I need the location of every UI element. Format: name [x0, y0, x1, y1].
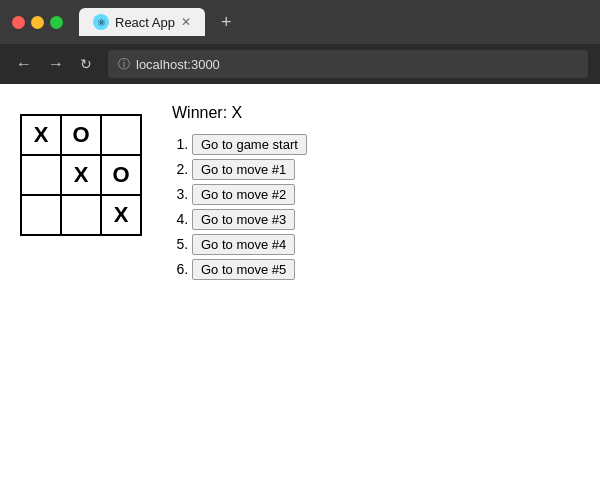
- move-button-4[interactable]: Go to move #4: [192, 234, 295, 255]
- game-info: Winner: X Go to game startGo to move #1G…: [172, 104, 307, 480]
- back-button[interactable]: ←: [12, 53, 36, 75]
- url-bar[interactable]: ⓘ localhost:3000: [108, 50, 588, 78]
- react-icon: ⚛: [93, 14, 109, 30]
- new-tab-button[interactable]: +: [213, 8, 240, 37]
- board-cell-1[interactable]: O: [62, 116, 102, 156]
- game-board: XOXOX: [20, 114, 142, 236]
- address-bar: ← → ↻ ⓘ localhost:3000: [0, 44, 600, 84]
- security-icon: ⓘ: [118, 56, 130, 73]
- move-button-2[interactable]: Go to move #2: [192, 184, 295, 205]
- board-cell-4[interactable]: X: [62, 156, 102, 196]
- move-button-1[interactable]: Go to move #1: [192, 159, 295, 180]
- move-button-5[interactable]: Go to move #5: [192, 259, 295, 280]
- move-item-1: Go to move #1: [192, 159, 307, 180]
- board-cell-3[interactable]: [22, 156, 62, 196]
- move-button-3[interactable]: Go to move #3: [192, 209, 295, 230]
- tab-close-button[interactable]: ✕: [181, 15, 191, 29]
- winner-text: Winner: X: [172, 104, 307, 122]
- minimize-button[interactable]: [31, 16, 44, 29]
- board-cell-7[interactable]: [62, 196, 102, 236]
- forward-button[interactable]: →: [44, 53, 68, 75]
- close-button[interactable]: [12, 16, 25, 29]
- move-item-3: Go to move #3: [192, 209, 307, 230]
- board-cell-6[interactable]: [22, 196, 62, 236]
- active-tab[interactable]: ⚛ React App ✕: [79, 8, 205, 36]
- tab-title: React App: [115, 15, 175, 30]
- board-cell-0[interactable]: X: [22, 116, 62, 156]
- move-item-4: Go to move #4: [192, 234, 307, 255]
- nav-buttons: ← → ↻: [12, 53, 96, 75]
- traffic-lights: [12, 16, 63, 29]
- title-bar: ⚛ React App ✕ +: [0, 0, 600, 44]
- page-content: XOXOX Winner: X Go to game startGo to mo…: [0, 84, 600, 500]
- moves-list: Go to game startGo to move #1Go to move …: [172, 134, 307, 280]
- board-cell-2[interactable]: [102, 116, 142, 156]
- board-cell-5[interactable]: O: [102, 156, 142, 196]
- board-cell-8[interactable]: X: [102, 196, 142, 236]
- url-text: localhost:3000: [136, 57, 220, 72]
- maximize-button[interactable]: [50, 16, 63, 29]
- move-item-0: Go to game start: [192, 134, 307, 155]
- refresh-button[interactable]: ↻: [76, 54, 96, 74]
- move-item-2: Go to move #2: [192, 184, 307, 205]
- move-item-5: Go to move #5: [192, 259, 307, 280]
- move-button-0[interactable]: Go to game start: [192, 134, 307, 155]
- tab-bar: ⚛ React App ✕ +: [79, 8, 588, 37]
